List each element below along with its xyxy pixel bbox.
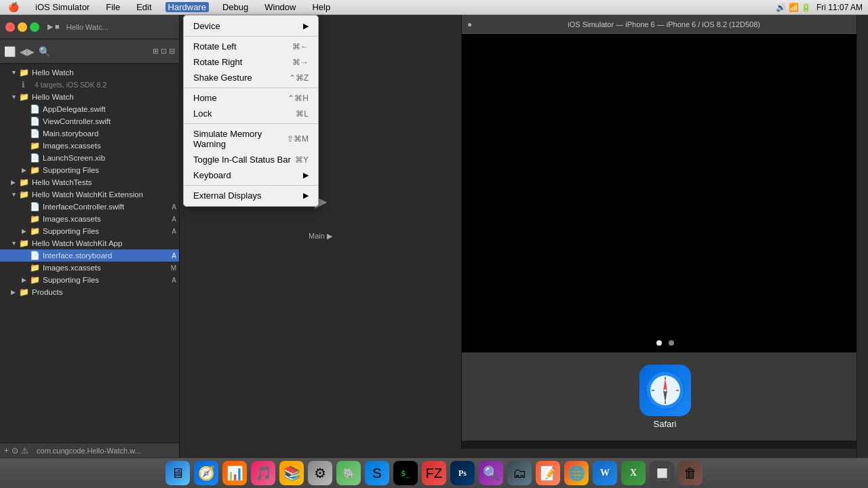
memory-warning-shortcut: ⇧⌘M bbox=[287, 134, 309, 144]
hardware-menu: Device ▶ Rotate Left ⌘← Rotate Right ⌘→ … bbox=[183, 15, 319, 207]
external-displays-arrow: ▶ bbox=[303, 191, 309, 200]
shake-label: Shake Gesture bbox=[193, 73, 252, 83]
menu-item-external-displays[interactable]: External Displays ▶ bbox=[184, 188, 318, 203]
keyboard-arrow: ▶ bbox=[303, 171, 309, 180]
rotate-right-shortcut: ⌘→ bbox=[292, 58, 309, 67]
rotate-left-shortcut: ⌘← bbox=[292, 42, 309, 52]
rotate-right-label: Rotate Right bbox=[193, 57, 242, 67]
memory-warning-label: Simulate Memory Warning bbox=[193, 129, 287, 149]
menu-item-memory-warning[interactable]: Simulate Memory Warning ⇧⌘M bbox=[184, 126, 318, 152]
menu-item-device[interactable]: Device ▶ bbox=[184, 18, 318, 34]
divider-1 bbox=[184, 36, 318, 37]
divider-4 bbox=[184, 185, 318, 186]
device-label: Device bbox=[193, 21, 220, 31]
menu-item-shake[interactable]: Shake Gesture ⌃⌘Z bbox=[184, 70, 318, 85]
home-shortcut: ⌃⌘H bbox=[288, 94, 309, 103]
lock-shortcut: ⌘L bbox=[296, 109, 309, 119]
divider-2 bbox=[184, 87, 318, 88]
keyboard-label: Keyboard bbox=[193, 170, 231, 180]
external-displays-label: External Displays bbox=[193, 190, 261, 201]
rotate-left-label: Rotate Left bbox=[193, 41, 237, 52]
divider-3 bbox=[184, 123, 318, 124]
lock-label: Lock bbox=[193, 108, 212, 119]
home-label: Home bbox=[193, 93, 217, 103]
shake-shortcut: ⌃⌘Z bbox=[289, 73, 309, 83]
device-arrow: ▶ bbox=[303, 22, 309, 30]
menu-item-rotate-left[interactable]: Rotate Left ⌘← bbox=[184, 39, 318, 54]
menu-item-rotate-right[interactable]: Rotate Right ⌘→ bbox=[184, 54, 318, 70]
dropdown-overlay: Device ▶ Rotate Left ⌘← Rotate Right ⌘→ … bbox=[0, 0, 868, 488]
menu-item-lock[interactable]: Lock ⌘L bbox=[184, 106, 318, 121]
menu-item-incall-status[interactable]: Toggle In-Call Status Bar ⌘Y bbox=[184, 152, 318, 167]
menu-item-keyboard[interactable]: Keyboard ▶ bbox=[184, 167, 318, 183]
incall-shortcut: ⌘Y bbox=[295, 155, 309, 165]
incall-label: Toggle In-Call Status Bar bbox=[193, 155, 291, 165]
menu-item-home[interactable]: Home ⌃⌘H bbox=[184, 90, 318, 106]
